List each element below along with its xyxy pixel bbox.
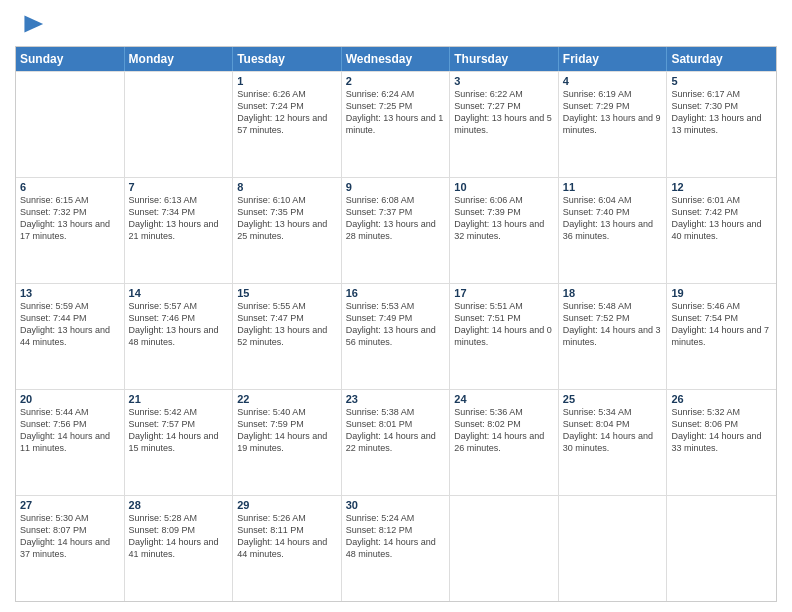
- cal-cell: 20Sunrise: 5:44 AM Sunset: 7:56 PM Dayli…: [16, 390, 125, 495]
- cal-header-day: Friday: [559, 47, 668, 71]
- logo-icon: [17, 10, 45, 38]
- day-number: 28: [129, 499, 229, 511]
- cell-info: Sunrise: 5:28 AM Sunset: 8:09 PM Dayligh…: [129, 512, 229, 561]
- cell-info: Sunrise: 6:22 AM Sunset: 7:27 PM Dayligh…: [454, 88, 554, 137]
- cal-cell: [125, 72, 234, 177]
- day-number: 27: [20, 499, 120, 511]
- cal-cell: 16Sunrise: 5:53 AM Sunset: 7:49 PM Dayli…: [342, 284, 451, 389]
- day-number: 25: [563, 393, 663, 405]
- cal-cell: 24Sunrise: 5:36 AM Sunset: 8:02 PM Dayli…: [450, 390, 559, 495]
- cell-info: Sunrise: 5:38 AM Sunset: 8:01 PM Dayligh…: [346, 406, 446, 455]
- cal-cell: 2Sunrise: 6:24 AM Sunset: 7:25 PM Daylig…: [342, 72, 451, 177]
- cal-header-day: Sunday: [16, 47, 125, 71]
- cal-cell: 13Sunrise: 5:59 AM Sunset: 7:44 PM Dayli…: [16, 284, 125, 389]
- day-number: 19: [671, 287, 772, 299]
- day-number: 21: [129, 393, 229, 405]
- day-number: 5: [671, 75, 772, 87]
- cal-cell: 15Sunrise: 5:55 AM Sunset: 7:47 PM Dayli…: [233, 284, 342, 389]
- cell-info: Sunrise: 5:36 AM Sunset: 8:02 PM Dayligh…: [454, 406, 554, 455]
- cal-cell: 12Sunrise: 6:01 AM Sunset: 7:42 PM Dayli…: [667, 178, 776, 283]
- cell-info: Sunrise: 6:19 AM Sunset: 7:29 PM Dayligh…: [563, 88, 663, 137]
- cal-cell: 8Sunrise: 6:10 AM Sunset: 7:35 PM Daylig…: [233, 178, 342, 283]
- day-number: 12: [671, 181, 772, 193]
- cal-week-row: 20Sunrise: 5:44 AM Sunset: 7:56 PM Dayli…: [16, 389, 776, 495]
- cell-info: Sunrise: 5:53 AM Sunset: 7:49 PM Dayligh…: [346, 300, 446, 349]
- cal-header-day: Monday: [125, 47, 234, 71]
- day-number: 30: [346, 499, 446, 511]
- cell-info: Sunrise: 5:51 AM Sunset: 7:51 PM Dayligh…: [454, 300, 554, 349]
- cal-cell: 19Sunrise: 5:46 AM Sunset: 7:54 PM Dayli…: [667, 284, 776, 389]
- cal-cell: 21Sunrise: 5:42 AM Sunset: 7:57 PM Dayli…: [125, 390, 234, 495]
- cell-info: Sunrise: 5:26 AM Sunset: 8:11 PM Dayligh…: [237, 512, 337, 561]
- cal-header-day: Saturday: [667, 47, 776, 71]
- cell-info: Sunrise: 6:10 AM Sunset: 7:35 PM Dayligh…: [237, 194, 337, 243]
- cell-info: Sunrise: 6:04 AM Sunset: 7:40 PM Dayligh…: [563, 194, 663, 243]
- cell-info: Sunrise: 5:46 AM Sunset: 7:54 PM Dayligh…: [671, 300, 772, 349]
- day-number: 23: [346, 393, 446, 405]
- header: [15, 10, 777, 38]
- cell-info: Sunrise: 6:13 AM Sunset: 7:34 PM Dayligh…: [129, 194, 229, 243]
- cell-info: Sunrise: 6:26 AM Sunset: 7:24 PM Dayligh…: [237, 88, 337, 137]
- day-number: 15: [237, 287, 337, 299]
- day-number: 29: [237, 499, 337, 511]
- day-number: 8: [237, 181, 337, 193]
- cell-info: Sunrise: 5:40 AM Sunset: 7:59 PM Dayligh…: [237, 406, 337, 455]
- cal-cell: [16, 72, 125, 177]
- cal-cell: 28Sunrise: 5:28 AM Sunset: 8:09 PM Dayli…: [125, 496, 234, 601]
- day-number: 16: [346, 287, 446, 299]
- cal-cell: [450, 496, 559, 601]
- cell-info: Sunrise: 6:24 AM Sunset: 7:25 PM Dayligh…: [346, 88, 446, 137]
- cal-cell: 27Sunrise: 5:30 AM Sunset: 8:07 PM Dayli…: [16, 496, 125, 601]
- day-number: 14: [129, 287, 229, 299]
- cal-cell: 29Sunrise: 5:26 AM Sunset: 8:11 PM Dayli…: [233, 496, 342, 601]
- cal-header-day: Tuesday: [233, 47, 342, 71]
- cal-cell: 30Sunrise: 5:24 AM Sunset: 8:12 PM Dayli…: [342, 496, 451, 601]
- cal-cell: 6Sunrise: 6:15 AM Sunset: 7:32 PM Daylig…: [16, 178, 125, 283]
- cell-info: Sunrise: 6:15 AM Sunset: 7:32 PM Dayligh…: [20, 194, 120, 243]
- cal-cell: [559, 496, 668, 601]
- cal-cell: 26Sunrise: 5:32 AM Sunset: 8:06 PM Dayli…: [667, 390, 776, 495]
- calendar: SundayMondayTuesdayWednesdayThursdayFrid…: [15, 46, 777, 602]
- cell-info: Sunrise: 5:24 AM Sunset: 8:12 PM Dayligh…: [346, 512, 446, 561]
- day-number: 9: [346, 181, 446, 193]
- day-number: 3: [454, 75, 554, 87]
- day-number: 22: [237, 393, 337, 405]
- cell-info: Sunrise: 5:34 AM Sunset: 8:04 PM Dayligh…: [563, 406, 663, 455]
- day-number: 13: [20, 287, 120, 299]
- cal-cell: 10Sunrise: 6:06 AM Sunset: 7:39 PM Dayli…: [450, 178, 559, 283]
- cal-week-row: 6Sunrise: 6:15 AM Sunset: 7:32 PM Daylig…: [16, 177, 776, 283]
- cal-cell: 9Sunrise: 6:08 AM Sunset: 7:37 PM Daylig…: [342, 178, 451, 283]
- day-number: 6: [20, 181, 120, 193]
- cell-info: Sunrise: 6:08 AM Sunset: 7:37 PM Dayligh…: [346, 194, 446, 243]
- cal-cell: 25Sunrise: 5:34 AM Sunset: 8:04 PM Dayli…: [559, 390, 668, 495]
- cell-info: Sunrise: 5:30 AM Sunset: 8:07 PM Dayligh…: [20, 512, 120, 561]
- cell-info: Sunrise: 6:01 AM Sunset: 7:42 PM Dayligh…: [671, 194, 772, 243]
- calendar-body: 1Sunrise: 6:26 AM Sunset: 7:24 PM Daylig…: [16, 71, 776, 601]
- cal-cell: 11Sunrise: 6:04 AM Sunset: 7:40 PM Dayli…: [559, 178, 668, 283]
- logo: [15, 10, 45, 38]
- svg-marker-0: [24, 16, 43, 33]
- cal-header-day: Wednesday: [342, 47, 451, 71]
- day-number: 7: [129, 181, 229, 193]
- cal-cell: 23Sunrise: 5:38 AM Sunset: 8:01 PM Dayli…: [342, 390, 451, 495]
- cell-info: Sunrise: 5:48 AM Sunset: 7:52 PM Dayligh…: [563, 300, 663, 349]
- cell-info: Sunrise: 5:42 AM Sunset: 7:57 PM Dayligh…: [129, 406, 229, 455]
- cal-cell: 3Sunrise: 6:22 AM Sunset: 7:27 PM Daylig…: [450, 72, 559, 177]
- cal-cell: [667, 496, 776, 601]
- cal-week-row: 13Sunrise: 5:59 AM Sunset: 7:44 PM Dayli…: [16, 283, 776, 389]
- cell-info: Sunrise: 5:44 AM Sunset: 7:56 PM Dayligh…: [20, 406, 120, 455]
- page: SundayMondayTuesdayWednesdayThursdayFrid…: [0, 0, 792, 612]
- cal-cell: 4Sunrise: 6:19 AM Sunset: 7:29 PM Daylig…: [559, 72, 668, 177]
- cal-cell: 22Sunrise: 5:40 AM Sunset: 7:59 PM Dayli…: [233, 390, 342, 495]
- cal-week-row: 27Sunrise: 5:30 AM Sunset: 8:07 PM Dayli…: [16, 495, 776, 601]
- cell-info: Sunrise: 6:17 AM Sunset: 7:30 PM Dayligh…: [671, 88, 772, 137]
- day-number: 17: [454, 287, 554, 299]
- cal-cell: 5Sunrise: 6:17 AM Sunset: 7:30 PM Daylig…: [667, 72, 776, 177]
- cell-info: Sunrise: 5:32 AM Sunset: 8:06 PM Dayligh…: [671, 406, 772, 455]
- day-number: 2: [346, 75, 446, 87]
- day-number: 4: [563, 75, 663, 87]
- day-number: 11: [563, 181, 663, 193]
- day-number: 18: [563, 287, 663, 299]
- cal-cell: 14Sunrise: 5:57 AM Sunset: 7:46 PM Dayli…: [125, 284, 234, 389]
- cell-info: Sunrise: 5:57 AM Sunset: 7:46 PM Dayligh…: [129, 300, 229, 349]
